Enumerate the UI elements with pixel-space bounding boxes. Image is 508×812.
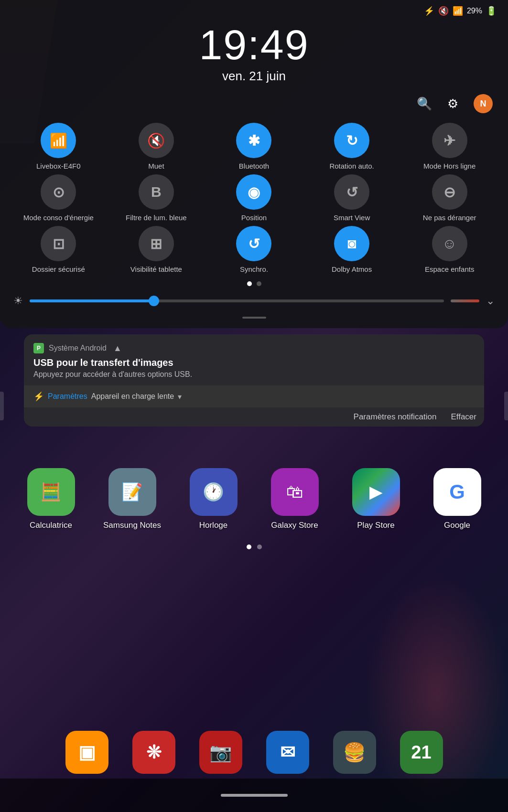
tile-icon-location: ◉ xyxy=(236,174,271,210)
home-dot-2 xyxy=(257,545,262,549)
tile-secure_folder[interactable]: ⊡ Dossier sécurisé xyxy=(11,226,106,274)
tile-label-airplane: Mode Hors ligne xyxy=(423,162,476,171)
notification-card-usb: P Système Android ▲ USB pour le transfer… xyxy=(24,334,484,427)
notification-charging-text: Appareil en charge lente xyxy=(91,392,174,401)
app-label-google: Google xyxy=(444,521,470,530)
tile-bluetooth[interactable]: ✱ Bluetooth xyxy=(207,123,301,171)
settings-button[interactable]: ⚙ xyxy=(447,96,458,111)
tile-smart_view[interactable]: ↺ Smart View xyxy=(305,174,399,222)
dock-mail2[interactable]: ✉ xyxy=(261,731,314,774)
tile-icon-airplane: ✈ xyxy=(432,123,467,158)
shade-header: 🔍 ⚙ N xyxy=(0,86,508,118)
tile-icon-sync: ↺ xyxy=(236,226,271,261)
tile-icon-dolby: ◙ xyxy=(334,226,369,261)
tile-label-blue_filter: Filtre de lum. bleue xyxy=(126,214,187,222)
home-screen: 🧮 Calculatrice 📝 Samsung Notes 🕐 Horloge… xyxy=(0,468,508,549)
notification-body: Appuyez pour accéder à d'autres options … xyxy=(33,370,475,379)
status-bar: ⚡ 🔇 📶 29% 🔋 xyxy=(0,0,508,19)
brightness-thumb xyxy=(149,296,159,306)
app-label-galaxy_store: Galaxy Store xyxy=(271,521,318,530)
tile-label-location: Position xyxy=(241,214,267,222)
notification-app-row: P Système Android ▲ xyxy=(33,343,475,353)
tile-rotation[interactable]: ↻ Rotation auto. xyxy=(305,123,399,171)
dock-icon-camera2: 📷 xyxy=(199,731,242,774)
app-play_store[interactable]: ▶ Play Store xyxy=(343,468,410,530)
notification-settings-link[interactable]: Paramètres xyxy=(48,392,87,401)
tile-icon-smart_view: ↺ xyxy=(334,174,369,210)
user-avatar[interactable]: N xyxy=(474,94,493,113)
notification-settings-button[interactable]: Paramètres notification xyxy=(354,412,437,422)
app-galaxy_store[interactable]: 🛍 Galaxy Store xyxy=(261,468,328,530)
app-icon-notes: 📝 xyxy=(108,468,156,516)
tile-label-bluetooth: Bluetooth xyxy=(239,162,269,171)
tile-dolby[interactable]: ◙ Dolby Atmos xyxy=(305,226,399,274)
tile-icon-dnd: ⊖ xyxy=(432,174,467,210)
app-label-clock: Horloge xyxy=(199,521,228,530)
app-notes[interactable]: 📝 Samsung Notes xyxy=(99,468,166,530)
dock-cal[interactable]: 21 xyxy=(395,731,448,774)
mute-status-icon: 🔇 xyxy=(438,6,449,16)
apps-row: 🧮 Calculatrice 📝 Samsung Notes 🕐 Horloge… xyxy=(0,468,508,530)
battery-text: 29% xyxy=(467,7,482,15)
tile-label-battery_save: Mode conso d'énergie xyxy=(23,214,94,222)
tile-wifi[interactable]: 📶 Livebox-E4F0 xyxy=(11,123,106,171)
right-side-handle xyxy=(504,392,508,420)
tile-dnd[interactable]: ⊖ Ne pas déranger xyxy=(402,174,497,222)
brightness-fill xyxy=(30,299,154,302)
drag-handle xyxy=(242,317,266,319)
tile-icon-mute: 🔇 xyxy=(139,123,174,158)
charging-icon: ⚡ xyxy=(33,391,44,402)
tile-airplane[interactable]: ✈ Mode Hors ligne xyxy=(402,123,497,171)
brightness-expand-button[interactable]: ⌄ xyxy=(486,295,495,307)
notification-dismiss-button[interactable]: Effacer xyxy=(451,412,476,422)
notifications-area: P Système Android ▲ USB pour le transfer… xyxy=(24,334,484,432)
app-calc[interactable]: 🧮 Calculatrice xyxy=(18,468,85,530)
home-dot-1 xyxy=(247,545,251,549)
tile-icon-blue_filter: B xyxy=(139,174,174,210)
tile-label-tablet_vis: Visibilité tablette xyxy=(130,265,182,274)
tile-icon-rotation: ↻ xyxy=(334,123,369,158)
app-google[interactable]: G Google xyxy=(424,468,491,530)
app-icon-calc: 🧮 xyxy=(27,468,75,516)
notification-expand-icon[interactable]: ▲ xyxy=(113,343,122,353)
dock-camera2[interactable]: 📷 xyxy=(195,731,247,774)
app-icon-google: G xyxy=(433,468,481,516)
app-icon-clock: 🕐 xyxy=(190,468,238,516)
tile-location[interactable]: ◉ Position xyxy=(207,174,301,222)
tile-kids[interactable]: ☺ Espace enfants xyxy=(402,226,497,274)
tile-label-rotation: Rotation auto. xyxy=(329,162,374,171)
wifi-status-icon: 📶 xyxy=(453,6,463,16)
bluetooth-status-icon: ⚡ xyxy=(424,6,434,16)
notification-sub: ⚡ Paramètres Appareil en charge lente ▾ xyxy=(24,385,484,407)
tile-icon-wifi: 📶 xyxy=(41,123,76,158)
tile-label-sync: Synchro. xyxy=(240,265,268,274)
dock-wallet[interactable]: ▣ xyxy=(61,731,113,774)
tile-label-dolby: Dolby Atmos xyxy=(332,265,372,274)
notification-sub-chevron[interactable]: ▾ xyxy=(178,392,182,401)
tile-icon-battery_save: ⊙ xyxy=(41,174,76,210)
notification-shade: ⚡ 🔇 📶 29% 🔋 19:49 ven. 21 juin 🔍 ⚙ N 📶 L… xyxy=(0,0,508,328)
tile-icon-bluetooth: ✱ xyxy=(236,123,271,158)
brightness-icon: ☀ xyxy=(13,295,23,307)
dock-icon-flower: ❊ xyxy=(132,731,175,774)
app-clock[interactable]: 🕐 Horloge xyxy=(180,468,247,530)
dot-2 xyxy=(257,281,261,286)
brightness-row: ☀ ⌄ xyxy=(0,289,508,313)
dock-food2[interactable]: 🍔 xyxy=(328,731,381,774)
tile-blue_filter[interactable]: B Filtre de lum. bleue xyxy=(109,174,204,222)
search-button[interactable]: 🔍 xyxy=(417,96,432,111)
dock-flower[interactable]: ❊ xyxy=(128,731,180,774)
brightness-slider[interactable] xyxy=(30,299,444,302)
nav-pill xyxy=(221,794,288,797)
clock-date: ven. 21 juin xyxy=(0,69,508,84)
clock-section: 19:49 ven. 21 juin xyxy=(0,19,508,86)
home-page-dots xyxy=(0,545,508,549)
navigation-bar xyxy=(0,779,508,812)
app-label-calc: Calculatrice xyxy=(30,521,72,530)
tile-mute[interactable]: 🔇 Muet xyxy=(109,123,204,171)
tile-sync[interactable]: ↺ Synchro. xyxy=(207,226,301,274)
tile-tablet_vis[interactable]: ⊞ Visibilité tablette xyxy=(109,226,204,274)
notification-main[interactable]: P Système Android ▲ USB pour le transfer… xyxy=(24,334,484,385)
tile-icon-tablet_vis: ⊞ xyxy=(139,226,174,261)
tile-battery_save[interactable]: ⊙ Mode conso d'énergie xyxy=(11,174,106,222)
